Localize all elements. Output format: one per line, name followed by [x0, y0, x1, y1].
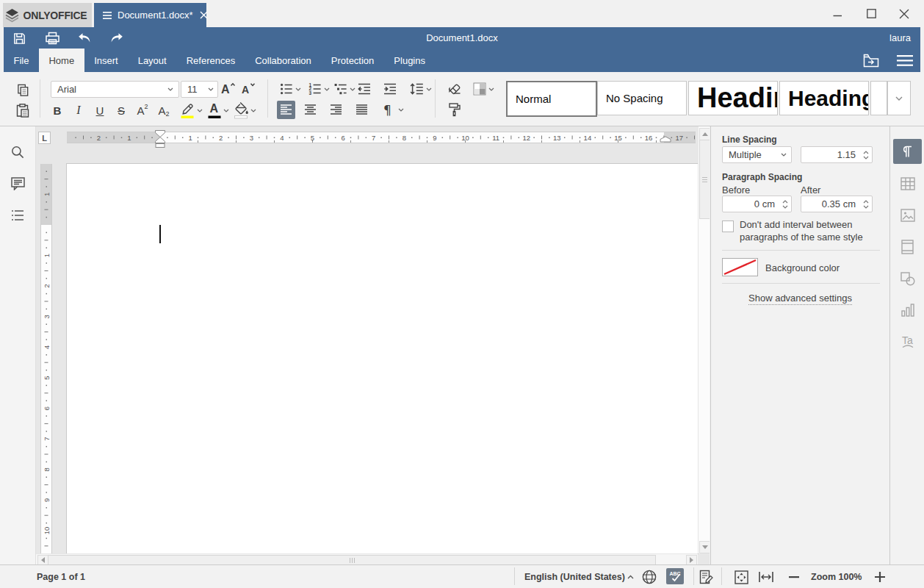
- menu-item-layout[interactable]: Layout: [128, 49, 176, 72]
- align-center-button[interactable]: [301, 101, 320, 119]
- menu-item-collaboration[interactable]: Collaboration: [245, 49, 322, 72]
- line-spacing-arrow[interactable]: [425, 80, 433, 98]
- language-caret-icon[interactable]: [625, 565, 635, 588]
- strikeout-button[interactable]: S: [112, 101, 130, 119]
- menu-item-home[interactable]: Home: [39, 49, 84, 72]
- redo-button[interactable]: [108, 29, 126, 47]
- copy-button[interactable]: [14, 81, 32, 98]
- font-size-select[interactable]: 11: [181, 81, 218, 98]
- track-changes-button[interactable]: [698, 565, 715, 588]
- document-tab[interactable]: Document1.docx*: [94, 3, 206, 27]
- font-color-arrow[interactable]: [222, 101, 231, 119]
- interval-checkbox-label[interactable]: Don't add interval between paragraphs of…: [740, 218, 866, 243]
- spell-checking-button[interactable]: ABC: [666, 568, 684, 584]
- menu-item-insert[interactable]: Insert: [84, 49, 129, 72]
- fit-width-button[interactable]: [758, 565, 774, 588]
- zoom-in-button[interactable]: [873, 565, 887, 588]
- vertical-scroll-thumb[interactable]: [699, 140, 710, 219]
- tab-menu-icon[interactable]: [103, 12, 112, 19]
- header-footer-settings-tab[interactable]: [893, 234, 922, 259]
- right-indent-marker[interactable]: [660, 136, 671, 143]
- search-button[interactable]: [0, 140, 35, 165]
- superscript-button[interactable]: A 2: [134, 101, 151, 119]
- style-partial[interactable]: [870, 81, 887, 115]
- highlight-color-button[interactable]: [178, 100, 196, 121]
- font-name-select[interactable]: Arial: [51, 81, 179, 98]
- paragraph-settings-tab[interactable]: [893, 139, 922, 164]
- fit-page-button[interactable]: [733, 565, 749, 588]
- font-color-button[interactable]: A: [206, 100, 223, 121]
- spinner-arrows[interactable]: [859, 147, 872, 162]
- print-button[interactable]: [43, 29, 61, 47]
- tab-close-icon[interactable]: [200, 11, 208, 19]
- increase-indent-button[interactable]: [381, 80, 399, 98]
- numbering-button[interactable]: 123: [306, 80, 324, 98]
- save-button[interactable]: [10, 29, 28, 47]
- color-schemes-button[interactable]: [471, 80, 488, 98]
- scroll-left-button[interactable]: [37, 555, 48, 564]
- justify-button[interactable]: [353, 101, 371, 119]
- bold-button[interactable]: B: [48, 101, 66, 119]
- window-close-button[interactable]: [893, 0, 915, 27]
- set-language-globe-button[interactable]: [641, 565, 657, 588]
- align-left-button[interactable]: [277, 101, 295, 119]
- style-no-spacing[interactable]: No Spacing: [597, 81, 687, 115]
- underline-button[interactable]: U: [91, 101, 109, 119]
- increase-font-size-button[interactable]: A: [219, 80, 237, 98]
- scroll-down-button[interactable]: [699, 541, 710, 553]
- language-selector[interactable]: English (United States): [524, 565, 625, 588]
- menu-item-protection[interactable]: Protection: [321, 49, 384, 72]
- spacing-after-spinner[interactable]: 0.35 cm: [801, 196, 873, 212]
- table-settings-tab[interactable]: [893, 171, 922, 196]
- advanced-settings-link[interactable]: Show advanced settings: [748, 293, 852, 305]
- image-settings-tab[interactable]: [893, 203, 922, 228]
- style-normal[interactable]: Normal: [506, 81, 597, 117]
- tab-stop-selector[interactable]: L: [38, 132, 51, 144]
- bullets-button[interactable]: [278, 80, 295, 98]
- horizontal-scrollbar[interactable]: [36, 553, 698, 564]
- bullets-arrow[interactable]: [294, 80, 303, 98]
- chart-settings-tab[interactable]: [893, 298, 922, 323]
- paragraph-shading-button[interactable]: [232, 100, 250, 121]
- style-heading2[interactable]: Heading 2: [779, 81, 869, 115]
- undo-button[interactable]: [76, 29, 93, 47]
- vertical-scrollbar[interactable]: [698, 126, 710, 553]
- align-right-button[interactable]: [327, 101, 345, 119]
- textart-settings-tab[interactable]: Ta: [893, 329, 922, 354]
- line-spacing-button[interactable]: [408, 80, 426, 98]
- comments-button[interactable]: [0, 171, 35, 196]
- navigation-button[interactable]: [0, 203, 35, 228]
- window-minimize-button[interactable]: [826, 0, 848, 27]
- highlight-color-arrow[interactable]: [195, 101, 204, 119]
- line-spacing-amount-spinner[interactable]: 1.15: [801, 146, 873, 163]
- paste-button[interactable]: [13, 101, 31, 119]
- zoom-out-button[interactable]: [787, 565, 801, 588]
- nonprinting-characters-button[interactable]: ¶: [378, 101, 397, 119]
- styles-gallery-open-button[interactable]: [887, 81, 911, 115]
- clear-style-button[interactable]: [446, 80, 463, 98]
- copy-style-button[interactable]: [446, 101, 463, 119]
- spinner-arrows[interactable]: [779, 196, 791, 212]
- spinner-arrows[interactable]: [859, 196, 872, 212]
- horizontal-scroll-thumb[interactable]: [48, 555, 656, 564]
- style-heading1[interactable]: Heading 1: [688, 81, 778, 115]
- spacing-before-spinner[interactable]: 0 cm: [722, 196, 792, 212]
- scroll-right-button[interactable]: [686, 555, 697, 564]
- window-maximize-button[interactable]: [860, 0, 882, 27]
- open-file-location-button[interactable]: [858, 49, 884, 72]
- nonprinting-characters-arrow[interactable]: [397, 101, 405, 119]
- shape-settings-tab[interactable]: [893, 266, 922, 291]
- paragraph-shading-arrow[interactable]: [249, 101, 258, 119]
- app-logo[interactable]: ONLYOFFICE: [3, 3, 92, 27]
- indent-markers[interactable]: [154, 130, 167, 148]
- vertical-ruler[interactable]: 112345678910: [40, 164, 52, 553]
- multilevel-list-button[interactable]: [332, 80, 350, 98]
- document-page[interactable]: [67, 164, 698, 553]
- menu-item-plugins[interactable]: Plugins: [384, 49, 436, 72]
- line-spacing-select[interactable]: Multiple: [722, 146, 792, 163]
- zoom-level-label[interactable]: Zoom 100%: [811, 565, 862, 588]
- italic-button[interactable]: I: [70, 101, 87, 119]
- page-count-label[interactable]: Page 1 of 1: [37, 565, 85, 588]
- decrease-indent-button[interactable]: [355, 80, 373, 98]
- menu-item-file[interactable]: File: [4, 49, 39, 72]
